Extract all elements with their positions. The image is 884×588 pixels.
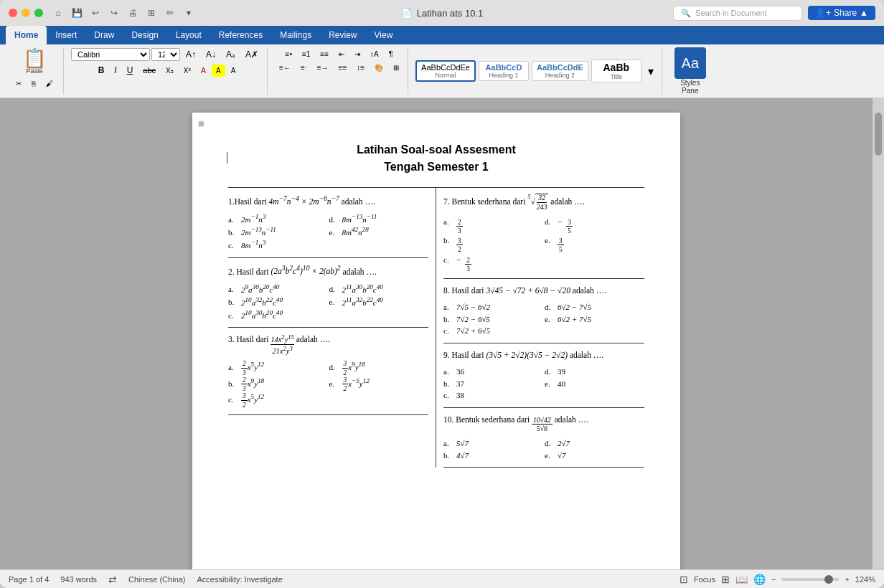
share-button[interactable]: 👤+ Share ▲ — [808, 6, 875, 20]
superscript-button[interactable]: X² — [179, 65, 195, 77]
tab-review[interactable]: Review — [320, 26, 365, 44]
minimize-button[interactable] — [22, 9, 30, 17]
more-icon[interactable]: ▾ — [182, 6, 195, 19]
cut-button[interactable]: ✂ — [11, 77, 26, 90]
font-shrink-button[interactable]: A↓ — [202, 47, 220, 62]
view-web-icon[interactable]: 🌐 — [753, 574, 766, 585]
q7-opt-d: d. −35 — [545, 216, 644, 235]
focus-label[interactable]: Focus — [694, 575, 715, 584]
q3-opt-d: d. 32x9y18 — [329, 360, 429, 376]
q8-options: a. 7√5 − 6√2 b. 7√2 − 6√5 c. 7√2 + 6√5 d… — [443, 301, 644, 337]
font-size-select[interactable]: 12 — [151, 48, 180, 61]
font-grow-button[interactable]: A↑ — [182, 47, 200, 62]
increase-indent-button[interactable]: ⇥ — [350, 47, 365, 60]
italic-button[interactable]: I — [110, 63, 121, 77]
tab-view[interactable]: View — [366, 26, 402, 44]
edit-icon[interactable]: ✏ — [164, 6, 177, 19]
tab-draw[interactable]: Draw — [85, 26, 123, 44]
style-heading2[interactable]: AaBbCcDdE Heading 2 — [532, 61, 588, 81]
q1-opt-d: d. 8m−13n−11 — [329, 212, 429, 225]
subscript-button[interactable]: X₂ — [161, 65, 178, 77]
tab-layout[interactable]: Layout — [167, 26, 210, 44]
decrease-indent-button[interactable]: ⇤ — [334, 47, 349, 60]
q2-opt-b: b. 210a32b22c40 — [228, 295, 328, 308]
format-painter-button[interactable]: 🖌 — [42, 77, 57, 90]
q7-opt-b: b. 32 — [443, 234, 543, 254]
shading-button[interactable]: A — [227, 65, 240, 77]
underline-button[interactable]: U — [123, 63, 138, 77]
paste-label: Paste — [26, 67, 42, 75]
style-heading1[interactable]: AaBbCcD Heading 1 — [479, 61, 529, 81]
highlight-button[interactable]: A — [212, 65, 225, 77]
zoom-slider[interactable] — [781, 578, 839, 581]
align-left-button[interactable]: ≡← — [275, 62, 295, 74]
bullets-button[interactable]: ≡• — [281, 47, 296, 60]
copy-button[interactable]: ⎘ — [27, 77, 40, 90]
add-content-icon[interactable]: ⊞ — [198, 118, 204, 129]
track-changes-icon[interactable]: ⇄ — [108, 574, 117, 585]
font-name-select[interactable]: Calibri — [71, 48, 150, 61]
view-normal-icon[interactable]: ⊞ — [721, 574, 730, 585]
bold-button[interactable]: B — [94, 63, 109, 77]
search-bar[interactable]: 🔍 Search in Document — [673, 6, 802, 21]
sort-button[interactable]: ↕A — [366, 47, 383, 60]
document-area[interactable]: Latihan Soal-soal Assesment Tengah Semes… — [0, 98, 873, 569]
font-color-button[interactable]: A — [197, 64, 210, 77]
clear-format-button[interactable]: A✗ — [241, 47, 263, 62]
window-title: 📄 Latihan ats 10.1 — [401, 8, 484, 19]
align-right-button[interactable]: ≡→ — [313, 62, 333, 74]
layout-icon[interactable]: ⊞ — [145, 6, 158, 19]
traffic-lights — [9, 9, 43, 17]
multilevel-button[interactable]: ≡≡ — [316, 47, 333, 60]
style-title[interactable]: AaBb Title — [591, 60, 641, 82]
tab-insert[interactable]: Insert — [47, 26, 85, 44]
save-icon[interactable]: 💾 — [70, 6, 83, 19]
tab-references[interactable]: References — [210, 26, 271, 44]
style-normal[interactable]: AaBbCcDdEe Normal — [415, 60, 476, 82]
left-column: ⊞ 1.Hasil dari 4m−7n−4 × 2m−6n−7 adalah … — [228, 188, 436, 468]
borders-button[interactable]: ⊞ — [389, 62, 403, 74]
maximize-button[interactable] — [34, 9, 43, 17]
strikethrough-button[interactable]: abc — [138, 64, 160, 77]
print-icon[interactable]: 🖨 — [126, 6, 139, 19]
redo-icon[interactable]: ↪ — [108, 6, 121, 19]
doc-icon: 📄 — [401, 8, 413, 19]
language[interactable]: Chinese (China) — [128, 575, 185, 584]
q8-opt-d: d. 6√2 − 7√5 — [545, 301, 644, 313]
home-icon[interactable]: ⌂ — [52, 6, 65, 19]
q9-opt-a: a. 36 — [443, 366, 543, 378]
q2-opt-a: a. 29a30b20c40 — [228, 283, 328, 295]
statusbar-right: ⊡ Focus ⊞ 📖 🌐 − + 124% — [680, 574, 875, 585]
line-spacing-button[interactable]: ↕≡ — [352, 62, 369, 74]
tab-design[interactable]: Design — [123, 26, 166, 44]
undo-icon[interactable]: ↩ — [89, 6, 102, 19]
word-count: 943 words — [60, 575, 97, 584]
close-button[interactable] — [9, 9, 17, 17]
scroll-thumb[interactable] — [875, 113, 882, 156]
paste-icon[interactable]: 📋 — [23, 49, 46, 67]
justify-button[interactable]: ≡≡ — [334, 62, 352, 74]
shading-para-button[interactable]: 🎨 — [370, 62, 387, 74]
scrollbar[interactable] — [873, 98, 884, 569]
show-marks-button[interactable]: ¶ — [385, 47, 398, 60]
zoom-in-button[interactable]: + — [845, 575, 849, 584]
styles-pane-icon: Aa — [674, 47, 706, 79]
q7-opt-c: c. −23 — [443, 254, 543, 273]
q8-opt-c: c. 7√2 + 6√5 — [443, 325, 543, 337]
view-reader-icon[interactable]: 📖 — [735, 574, 748, 585]
zoom-level[interactable]: 124% — [855, 575, 875, 584]
more-styles-button[interactable]: ▾ — [644, 64, 657, 79]
align-center-button[interactable]: ≡⋅ — [296, 62, 311, 74]
tab-mailings[interactable]: Mailings — [271, 26, 320, 44]
zoom-out-button[interactable]: − — [771, 575, 776, 584]
app-window: ⌂ 💾 ↩ ↪ 🖨 ⊞ ✏ ▾ 📄 Latihan ats 10.1 🔍 Sea… — [0, 0, 884, 588]
numbering-button[interactable]: ≡1 — [298, 47, 314, 60]
titlebar: ⌂ 💾 ↩ ↪ 🖨 ⊞ ✏ ▾ 📄 Latihan ats 10.1 🔍 Sea… — [0, 0, 884, 26]
tab-home[interactable]: Home — [6, 26, 47, 44]
accessibility[interactable]: Accessibility: Investigate — [197, 575, 283, 584]
q2-opt-c: c. 210a30b20c40 — [228, 308, 328, 321]
styles-pane-button[interactable]: Aa StylesPane — [665, 47, 715, 95]
change-case-button[interactable]: Aₐ — [222, 47, 240, 62]
q3-opt-b: b. 23x9y18 — [228, 376, 328, 393]
q7-opt-e: e. 35 — [545, 234, 644, 254]
